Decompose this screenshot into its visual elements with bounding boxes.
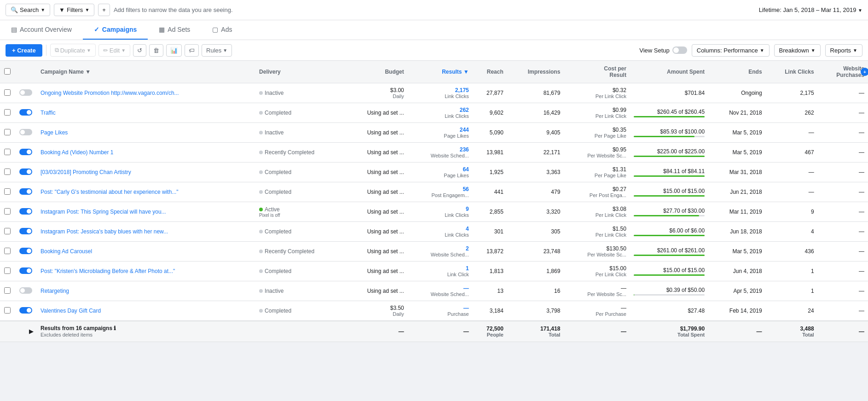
cost-value: $0.27: [567, 186, 626, 192]
row-checkbox[interactable]: [4, 248, 11, 254]
campaign-name-link[interactable]: Ongoing Website Promotion http://www.vag…: [41, 90, 179, 96]
amount-value: $225.00 of $225.00: [634, 148, 705, 155]
rules-button[interactable]: Rules ▼: [202, 44, 232, 57]
delivery-label: Recently Completed: [265, 149, 314, 156]
ads-icon: ▢: [212, 26, 218, 33]
campaign-name-link[interactable]: Post: "Carly G's testimonial about her e…: [41, 189, 179, 195]
filters-label: Filters: [67, 6, 83, 13]
delivery-label: Completed: [265, 228, 291, 235]
budget-cell: $3.50 Daily: [345, 301, 408, 321]
amount-spent-cell: $27.48: [630, 301, 708, 321]
campaign-name-link[interactable]: Retargeting: [41, 288, 69, 294]
row-checkbox[interactable]: [4, 109, 11, 116]
footer-amount-spent: $1,799.90 Total Spent: [630, 321, 708, 342]
cost-per-result-cell: $1.50 Per Link Click: [564, 222, 630, 242]
footer-expand-icon[interactable]: ▶: [29, 328, 33, 335]
breakdown-chevron-icon: ▼: [811, 48, 816, 53]
budget-value: Using ad set ...: [348, 248, 404, 255]
filters-chevron-icon: ▼: [85, 7, 89, 12]
website-purchases-cell: —: [818, 202, 868, 222]
table-row: Post: "Kristen's Microblading Before & A…: [0, 262, 868, 281]
row-checkbox[interactable]: [4, 129, 11, 135]
campaign-toggle[interactable]: [19, 188, 32, 195]
link-clicks-cell: 2,175: [766, 83, 818, 103]
budget-value: Using ad set ...: [348, 129, 404, 136]
campaign-toggle[interactable]: [19, 208, 32, 215]
campaign-name-link[interactable]: Page Likes: [41, 129, 68, 136]
status-dot: [259, 250, 263, 253]
select-all-checkbox[interactable]: [4, 68, 11, 75]
campaign-toggle[interactable]: [19, 228, 32, 234]
cost-value: $3.08: [567, 206, 626, 212]
date-range[interactable]: Lifetime: Jan 5, 2018 – Mar 11, 2019 ▼: [759, 6, 862, 13]
filters-button[interactable]: ▼ Filters ▼: [54, 4, 94, 16]
tab-account-overview[interactable]: ▤ Account Overview: [0, 20, 83, 40]
campaign-toggle[interactable]: [19, 109, 32, 116]
campaign-name-cell: Booking Ad Carousel: [37, 242, 244, 262]
edit-button[interactable]: ✏ Edit ▼: [98, 44, 130, 57]
delete-button[interactable]: 🗑: [149, 44, 163, 57]
campaign-name-cell: Valentines Day Gift Card: [37, 301, 244, 321]
add-filter-button[interactable]: +: [98, 4, 110, 16]
row-checkbox[interactable]: [4, 307, 11, 314]
campaign-name-link[interactable]: Post: "Kristen's Microblading Before & A…: [41, 268, 175, 274]
website-purchases-cell: —: [818, 182, 868, 202]
campaign-name-link[interactable]: Booking Ad Carousel: [41, 248, 92, 255]
campaign-name-link[interactable]: Instagram Post: This Spring Special will…: [41, 209, 166, 215]
row-toggle-cell: [15, 163, 37, 182]
link-clicks-cell: 1: [766, 281, 818, 301]
edit-icon: ✏: [103, 47, 108, 54]
campaign-toggle[interactable]: [19, 129, 32, 135]
campaign-toggle[interactable]: [19, 149, 32, 155]
tab-ads[interactable]: ▢ Ads: [201, 20, 243, 40]
campaign-toggle[interactable]: [19, 267, 32, 274]
reports-button[interactable]: Reports ▼: [825, 44, 862, 57]
tag-button[interactable]: 🏷: [185, 44, 199, 57]
campaign-toggle[interactable]: [19, 307, 32, 314]
campaign-name-link[interactable]: Instagram Post: Jessica's baby blues wit…: [41, 228, 168, 235]
columns-button[interactable]: Columns: Performance ▼: [692, 44, 770, 57]
campaign-toggle[interactable]: [19, 248, 32, 254]
tab-campaigns[interactable]: ✓ Campaigns: [83, 20, 148, 40]
campaign-toggle[interactable]: [19, 169, 32, 175]
delivery-label: Completed: [265, 268, 291, 274]
campaign-name-header[interactable]: Campaign Name ▼: [37, 61, 244, 83]
website-purchases-cell: —: [818, 143, 868, 163]
row-checkbox[interactable]: [4, 208, 11, 215]
campaigns-icon: ✓: [94, 26, 99, 33]
row-checkbox[interactable]: [4, 169, 11, 175]
row-checkbox[interactable]: [4, 188, 11, 195]
row-checkbox[interactable]: [4, 228, 11, 234]
budget-cell: Using ad set ...: [345, 103, 408, 123]
campaign-name-link[interactable]: Valentines Day Gift Card: [41, 308, 101, 314]
budget-bar-fill: [634, 274, 705, 276]
tab-ad-sets[interactable]: ▦ Ad Sets: [148, 20, 201, 40]
warning-cell: [244, 103, 255, 123]
row-checkbox[interactable]: [4, 149, 11, 155]
row-checkbox[interactable]: [4, 287, 11, 294]
status-dot: [259, 190, 263, 194]
duplicate-button[interactable]: ⧉ Duplicate ▼: [50, 44, 96, 57]
view-setup-toggle[interactable]: [672, 46, 687, 54]
chart-button[interactable]: 📊: [166, 44, 182, 57]
create-button[interactable]: + Create: [6, 44, 42, 57]
rules-chevron-icon: ▼: [223, 48, 227, 53]
campaign-toggle[interactable]: [19, 89, 32, 96]
budget-value: $3.00: [348, 87, 404, 93]
column-settings-icon[interactable]: +: [861, 68, 868, 76]
breakdown-button[interactable]: Breakdown ▼: [774, 44, 821, 57]
refresh-button[interactable]: ↺: [133, 44, 146, 57]
search-button[interactable]: 🔍 Search ▼: [6, 4, 50, 16]
campaign-name-link[interactable]: Traffic: [41, 110, 56, 116]
website-purchases-cell: —: [818, 103, 868, 123]
cost-value: $0.32: [567, 87, 626, 93]
row-checkbox[interactable]: [4, 89, 11, 96]
campaign-name-link[interactable]: [03/03/2018] Promoting Chan Artistry: [41, 169, 131, 175]
campaign-name-link[interactable]: Booking Ad (Video) Number 1: [41, 149, 114, 156]
row-checkbox[interactable]: [4, 267, 11, 274]
ends-cell: Jun 4, 2018: [708, 262, 766, 281]
toggle-knob: [27, 169, 31, 174]
campaign-toggle[interactable]: [19, 287, 32, 294]
results-header[interactable]: Results ▼: [408, 61, 473, 83]
amount-spent-cell: $15.00 of $15.00: [630, 262, 708, 281]
